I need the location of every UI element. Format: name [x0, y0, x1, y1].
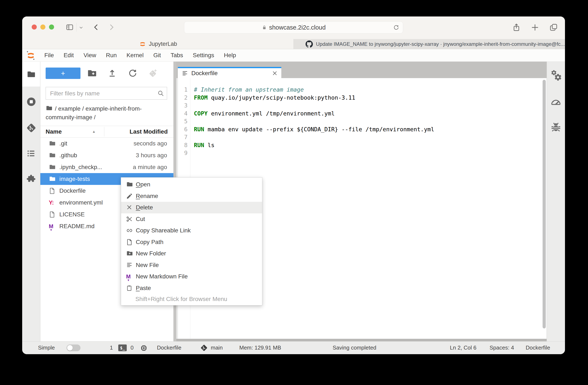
cursor-position[interactable]: Ln 2, Col 6: [450, 342, 477, 354]
line-number: 8: [178, 141, 190, 149]
terminals-count[interactable]: 1: [110, 342, 113, 354]
refresh-icon[interactable]: [128, 69, 137, 78]
new-tab-icon[interactable]: [530, 23, 540, 32]
line-number: 5: [178, 117, 190, 125]
context-menu-item-label: Rename: [136, 193, 158, 200]
file-row--git[interactable]: .gitseconds ago: [40, 138, 173, 149]
statusbar-file-label: Dockerfile: [157, 342, 181, 354]
filetype-indicator[interactable]: Dockerfile: [526, 342, 550, 354]
menu-settings[interactable]: Settings: [188, 49, 219, 61]
column-divider: [104, 127, 104, 137]
zoom-window-button[interactable]: [49, 24, 54, 30]
context-menu-item-copy-path[interactable]: Copy Path: [121, 236, 262, 248]
reload-icon[interactable]: [393, 24, 399, 30]
property-inspector-gears-icon[interactable]: [550, 70, 561, 81]
menu-view[interactable]: View: [79, 49, 101, 61]
forward-icon[interactable]: [108, 23, 115, 31]
file-last-modified: a minute ago: [133, 164, 167, 171]
back-icon[interactable]: [92, 23, 100, 31]
scrollbar-thumb[interactable]: [543, 80, 546, 328]
kernels-count[interactable]: 0: [130, 342, 133, 354]
minimize-window-button[interactable]: [40, 24, 45, 30]
context-menu-item-new-folder[interactable]: New Folder: [121, 248, 262, 259]
running-kernels-icon[interactable]: [26, 97, 36, 108]
folder-icon[interactable]: [26, 70, 36, 79]
menu-kernel[interactable]: Kernel: [122, 49, 148, 61]
extensions-puzzle-icon[interactable]: [26, 174, 36, 185]
new-launcher-button[interactable]: +: [46, 68, 81, 79]
dashboard-tachometer-icon[interactable]: [550, 96, 562, 108]
context-menu-item-cut[interactable]: Cut: [121, 213, 262, 225]
upload-icon[interactable]: [107, 69, 117, 78]
code-line: [194, 117, 546, 125]
terminal-icon[interactable]: $_: [118, 344, 127, 351]
context-menu-item-new-markdown-file[interactable]: M▼New Markdown File: [121, 271, 262, 283]
line-number: 1: [178, 86, 190, 94]
git-clone-icon[interactable]: [148, 69, 158, 78]
git-icon[interactable]: [26, 123, 36, 134]
lock-icon: [261, 25, 267, 30]
tab-github[interactable]: Update IMAGE_NAME to jnywong/jupyter-sci…: [294, 39, 565, 49]
close-window-button[interactable]: [32, 24, 37, 30]
context-menu-item-paste[interactable]: Paste: [121, 283, 262, 294]
context-menu-item-label: New File: [136, 262, 159, 268]
tab-label: Update IMAGE_NAME to jnywong/jupyter-sci…: [316, 41, 565, 47]
file-name: .git: [59, 140, 67, 147]
x-icon: [126, 204, 133, 211]
editor-tab-dockerfile[interactable]: Dockerfile: [178, 67, 281, 78]
share-icon[interactable]: [512, 23, 521, 32]
home-folder-icon[interactable]: [46, 105, 53, 111]
search-icon: [157, 90, 164, 97]
file-row--github[interactable]: .github3 hours ago: [40, 149, 173, 161]
editor-scrollbar[interactable]: [542, 79, 546, 338]
close-icon[interactable]: [272, 70, 278, 76]
kernel-chip-icon[interactable]: [140, 344, 148, 353]
browser-window: showcase.2i2c.cloud JupyterLab: [22, 17, 565, 354]
markdown-icon: M▼: [49, 223, 56, 230]
context-menu-item-label: Cut: [136, 216, 145, 223]
tab-jupyterlab[interactable]: JupyterLab: [22, 39, 294, 49]
column-name[interactable]: Name: [46, 126, 62, 137]
memory-usage: Mem: 129.91 MB: [239, 342, 281, 354]
simple-mode-toggle[interactable]: [66, 344, 81, 351]
menu-git[interactable]: Git: [148, 49, 166, 61]
context-menu-item-copy-shareable-link[interactable]: Copy Shareable Link: [121, 225, 262, 236]
chevron-down-icon[interactable]: [79, 25, 84, 30]
menu-file[interactable]: File: [40, 49, 59, 61]
editor-tab-bar: Dockerfile: [176, 67, 546, 78]
file-list-header: Name ▲ Last Modified: [40, 126, 173, 138]
github-octocat-icon: [305, 40, 313, 48]
folder-icon: [126, 181, 133, 188]
context-menu-item-label: New Folder: [136, 250, 166, 257]
breadcrumb[interactable]: / example / example-inherit-from-communi…: [46, 104, 168, 122]
debugger-bug-icon[interactable]: [550, 122, 562, 134]
git-branch-label[interactable]: main: [211, 342, 223, 354]
window-controls: [32, 24, 54, 30]
menu-tabs[interactable]: Tabs: [166, 49, 188, 61]
sort-ascending-icon[interactable]: ▲: [92, 126, 96, 137]
context-menu-item-open[interactable]: Open: [121, 179, 262, 190]
menu-run[interactable]: Run: [101, 49, 122, 61]
sidebar-toggle-icon[interactable]: [65, 23, 74, 31]
filter-files-input[interactable]: [50, 87, 152, 100]
git-branch-icon[interactable]: [200, 344, 208, 353]
folder-icon: [49, 140, 56, 147]
browser-toolbar: showcase.2i2c.cloud: [22, 17, 565, 39]
context-menu-item-new-file[interactable]: New File: [121, 259, 262, 271]
column-last-modified[interactable]: Last Modified: [130, 126, 168, 137]
line-number: 4: [178, 110, 190, 118]
spaces-indicator[interactable]: Spaces: 4: [490, 342, 514, 354]
menu-help[interactable]: Help: [219, 49, 241, 61]
context-menu-item-delete[interactable]: Delete: [121, 202, 262, 213]
context-menu-item-rename[interactable]: Rename: [121, 190, 262, 202]
tab-overview-icon[interactable]: [549, 23, 558, 32]
address-bar[interactable]: showcase.2i2c.cloud: [184, 21, 403, 34]
table-of-contents-icon[interactable]: [27, 149, 36, 159]
file-name: image-tests: [59, 176, 90, 182]
file-row--ipynb-checkp-[interactable]: .ipynb_checkp...a minute ago: [40, 161, 173, 173]
simple-mode-label: Simple: [38, 342, 55, 354]
code-line: [194, 149, 546, 157]
jupyterlab-menubar: FileEditViewRunKernelGitTabsSettingsHelp: [22, 49, 565, 62]
new-folder-icon[interactable]: [87, 69, 97, 78]
menu-edit[interactable]: Edit: [59, 49, 79, 61]
